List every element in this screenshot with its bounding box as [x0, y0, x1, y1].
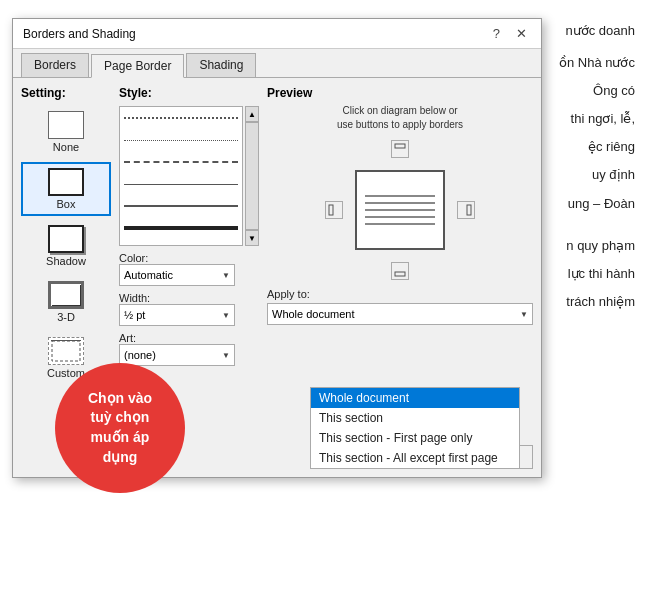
svg-rect-4 [329, 205, 333, 215]
style-list[interactable] [119, 106, 243, 246]
custom-icon [48, 337, 84, 365]
width-dropdown-arrow: ▼ [222, 311, 230, 320]
doc-text-nghi-le: thi ngơi, lễ, [571, 111, 635, 126]
color-dropdown-arrow: ▼ [222, 271, 230, 280]
tab-borders[interactable]: Borders [21, 53, 89, 77]
setting-shadow-label: Shadow [46, 255, 86, 267]
doc-text-trach-nhiem: trách nhiệm [566, 294, 635, 309]
color-row: Color: Automatic ▼ [119, 252, 259, 286]
preview-lines [365, 190, 435, 230]
preview-area [325, 140, 475, 280]
svg-rect-2 [395, 144, 405, 148]
color-dropdown[interactable]: Automatic ▼ [119, 264, 235, 286]
style-solid2[interactable] [120, 195, 242, 217]
apply-option-whole-document[interactable]: Whole document [311, 388, 519, 408]
setting-none[interactable]: None [21, 106, 111, 158]
tab-shading[interactable]: Shading [186, 53, 256, 77]
setting-box[interactable]: Box [21, 162, 111, 216]
apply-to-label: Apply to: [267, 288, 533, 300]
width-label: Width: [119, 292, 235, 304]
preview-hint: Click on diagram below oruse buttons to … [267, 104, 533, 132]
doc-text-nha-nuoc: ồn Nhà nước [559, 55, 635, 70]
doc-text-doan: ung – Đoàn [568, 196, 635, 211]
doc-text-quy-pham: n quy phạm [566, 238, 635, 253]
doc-text-nuoc-doanh: nước doanh [566, 23, 636, 38]
style-scroll-down[interactable]: ▼ [245, 230, 259, 246]
setting-none-label: None [53, 141, 79, 153]
style-scroll-up[interactable]: ▲ [245, 106, 259, 122]
preview-label: Preview [267, 86, 533, 100]
setting-label: Setting: [21, 86, 111, 100]
setting-shadow[interactable]: Shadow [21, 220, 111, 272]
style-solid1[interactable] [120, 173, 242, 195]
apply-to-row: Apply to: Whole document ▼ [267, 288, 533, 325]
dialog-tabs: Borders Page Border Shading [13, 49, 541, 78]
dialog-help-button[interactable]: ? [489, 27, 504, 40]
none-icon [48, 111, 84, 139]
dialog-close-button[interactable]: ✕ [512, 27, 531, 40]
width-row: Width: ½ pt ▼ [119, 292, 259, 326]
svg-rect-3 [395, 272, 405, 276]
art-row: Art: (none) ▼ [119, 332, 259, 366]
art-label: Art: [119, 332, 235, 344]
apply-option-all-except-first[interactable]: This section - All except first page [311, 448, 519, 468]
style-dotted2[interactable] [120, 129, 242, 151]
color-label: Color: [119, 252, 235, 264]
style-label: Style: [119, 86, 259, 100]
preview-inner-box [355, 170, 445, 250]
apply-to-dropdown-menu: Whole document This section This section… [310, 387, 520, 469]
three-d-icon [48, 281, 84, 309]
apply-option-this-section[interactable]: This section [311, 408, 519, 428]
annotation-circle: Chọn vào tuỳ chọn muốn áp dụng [55, 363, 185, 493]
doc-text-thi-hanh: lực thi hành [568, 266, 635, 281]
art-dropdown-arrow: ▼ [222, 351, 230, 360]
doc-text-quy-dinh: uy định [592, 167, 635, 182]
style-thick1[interactable] [120, 217, 242, 239]
svg-rect-0 [52, 341, 80, 361]
style-dotted1[interactable] [120, 107, 242, 129]
setting-3d[interactable]: 3-D [21, 276, 111, 328]
style-dashed1[interactable] [120, 151, 242, 173]
shadow-icon [48, 225, 84, 253]
box-icon [48, 168, 84, 196]
doc-text-viec-rieng: ệc riêng [588, 139, 635, 154]
dialog-title: Borders and Shading [23, 27, 136, 41]
preview-bottom-btn[interactable] [391, 262, 409, 280]
preview-left-btn[interactable] [325, 201, 343, 219]
tab-page-border[interactable]: Page Border [91, 54, 184, 78]
width-dropdown[interactable]: ½ pt ▼ [119, 304, 235, 326]
apply-option-first-page-only[interactable]: This section - First page only [311, 428, 519, 448]
svg-rect-5 [467, 205, 471, 215]
setting-box-label: Box [57, 198, 76, 210]
preview-top-btn[interactable] [391, 140, 409, 158]
art-dropdown[interactable]: (none) ▼ [119, 344, 235, 366]
preview-right-btn[interactable] [457, 201, 475, 219]
style-double[interactable] [120, 239, 242, 246]
apply-to-dropdown-arrow: ▼ [520, 310, 528, 319]
apply-to-dropdown[interactable]: Whole document ▼ [267, 303, 533, 325]
annotation-text: Chọn vào tuỳ chọn muốn áp dụng [78, 379, 162, 477]
dialog-title-bar: Borders and Shading ? ✕ [13, 19, 541, 49]
setting-3d-label: 3-D [57, 311, 75, 323]
doc-text-ong-co: Ông có [593, 83, 635, 98]
